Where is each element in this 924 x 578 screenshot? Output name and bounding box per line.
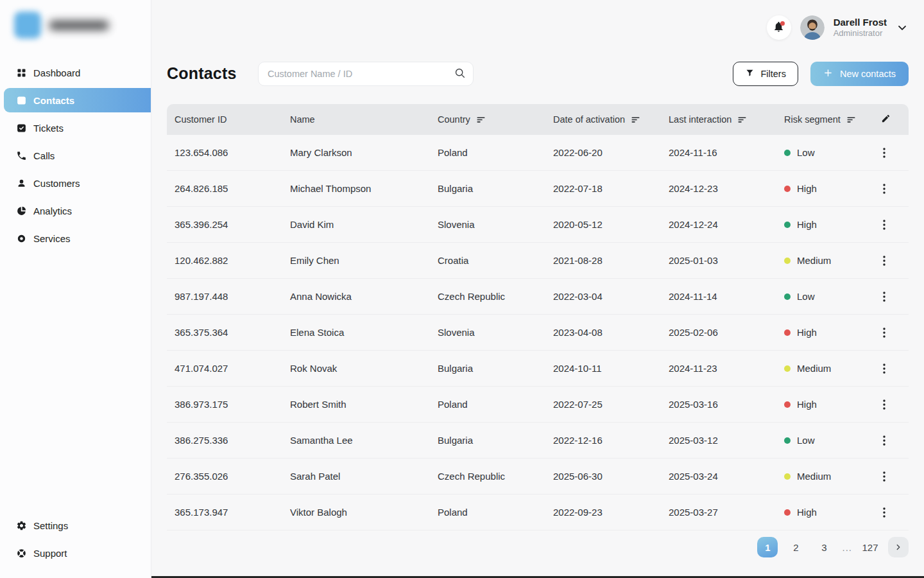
table-row[interactable]: 386.973.175 Robert Smith Poland 2022-07-… (167, 387, 909, 423)
chevron-down-icon[interactable] (896, 21, 909, 34)
search-input[interactable] (268, 69, 454, 79)
table-row[interactable]: 276.355.026 Sarah Patel Czech Republic 2… (167, 459, 909, 495)
sort-icon[interactable] (631, 115, 640, 125)
sort-icon[interactable] (737, 115, 747, 125)
sidebar-item-calls[interactable]: Calls (4, 143, 151, 168)
cell-risk-segment: Low (776, 147, 873, 158)
table-row[interactable]: 987.197.448 Anna Nowicka Czech Republic … (167, 279, 909, 315)
cell-country: Poland (430, 147, 545, 158)
sidebar-footer-nav: Settings Support (0, 513, 151, 565)
risk-dot (784, 222, 791, 228)
cell-date-of-activation: 2022-09-23 (545, 507, 661, 518)
pagination-page-1[interactable]: 1 (757, 537, 778, 557)
contacts-icon (15, 94, 27, 106)
row-menu-button[interactable] (879, 147, 889, 159)
row-menu-button[interactable] (879, 183, 889, 195)
sidebar-item-contacts[interactable]: Contacts (4, 88, 151, 112)
table-row[interactable]: 471.074.027 Rok Novak Bulgaria 2024-10-1… (167, 351, 909, 387)
new-contacts-button[interactable]: New contacts (810, 62, 909, 86)
risk-dot (784, 437, 791, 444)
pagination-next-button[interactable] (888, 537, 909, 557)
pagination-page-3[interactable]: 3 (814, 537, 834, 557)
sidebar-item-customers[interactable]: Customers (4, 171, 151, 195)
risk-label: High (797, 507, 817, 518)
row-menu-button[interactable] (879, 291, 889, 302)
row-menu-button[interactable] (879, 399, 889, 410)
cell-last-interaction: 2024-12-23 (661, 183, 776, 194)
sidebar-item-label: Services (33, 233, 71, 244)
cell-last-interaction: 2025-03-16 (661, 399, 776, 410)
cell-last-interaction: 2025-03-24 (661, 471, 776, 482)
sidebar-item-dashboard[interactable]: Dashboard (4, 60, 151, 85)
risk-dot (784, 401, 791, 408)
sidebar-item-support[interactable]: Support (4, 541, 151, 565)
table-row[interactable]: 120.462.882 Emily Chen Croatia 2021-08-2… (167, 243, 909, 279)
risk-label: Medium (797, 471, 831, 482)
table-row[interactable]: 123.654.086 Mary Clarkson Poland 2022-06… (167, 135, 909, 171)
notifications-button[interactable] (767, 15, 791, 40)
search-bar (258, 62, 474, 86)
sidebar-item-label: Dashboard (33, 67, 80, 78)
risk-dot (784, 365, 791, 372)
table-row[interactable]: 264.826.185 Michael Thompson Bulgaria 20… (167, 171, 909, 207)
sort-icon[interactable] (476, 115, 486, 125)
row-menu-button[interactable] (879, 255, 889, 267)
table-body: 123.654.086 Mary Clarkson Poland 2022-06… (167, 135, 909, 530)
table-row[interactable]: 365.375.364 Elena Stoica Slovenia 2023-0… (167, 315, 909, 351)
edit-columns-button[interactable] (873, 114, 909, 125)
cell-customer-id: 123.654.086 (167, 147, 282, 158)
cell-risk-segment: Low (776, 291, 873, 302)
avatar[interactable] (800, 15, 825, 40)
sidebar-item-label: Support (33, 548, 67, 559)
cell-risk-segment: High (776, 327, 873, 338)
funnel-icon (745, 68, 755, 80)
cell-country: Bulgaria (430, 363, 545, 374)
column-label: Customer ID (175, 114, 227, 125)
row-menu-button[interactable] (879, 471, 889, 482)
cell-customer-id: 365.396.254 (167, 219, 282, 230)
calls-icon (15, 150, 27, 161)
sidebar-item-label: Tickets (33, 123, 64, 134)
cell-customer-id: 276.355.026 (167, 471, 282, 482)
main-content: Darell Frost Administrator Contacts Filt… (151, 0, 924, 578)
sidebar-item-analytics[interactable]: Analytics (4, 198, 151, 223)
row-menu-button[interactable] (879, 363, 889, 374)
analytics-icon (15, 205, 27, 216)
table-row[interactable]: 365.396.254 David Kim Slovenia 2020-05-1… (167, 207, 909, 243)
row-menu-button[interactable] (879, 219, 889, 231)
tickets-icon (15, 122, 27, 134)
pagination-page-127[interactable]: 127 (860, 537, 880, 557)
cell-last-interaction: 2025-03-12 (661, 435, 776, 446)
cell-name: Robert Smith (282, 399, 430, 410)
cell-last-interaction: 2024-12-24 (661, 219, 776, 230)
sidebar-item-tickets[interactable]: Tickets (4, 116, 151, 140)
row-menu-button[interactable] (879, 327, 889, 338)
sidebar-item-label: Contacts (33, 95, 74, 106)
search-icon[interactable] (454, 67, 465, 81)
user-block: Darell Frost Administrator (834, 17, 887, 39)
pagination-page-2[interactable]: 2 (785, 537, 806, 557)
cell-country: Bulgaria (430, 435, 545, 446)
risk-dot (784, 258, 791, 264)
risk-label: High (797, 399, 817, 410)
sidebar-nav: Dashboard Contacts Tickets Calls Custome… (0, 60, 151, 250)
row-menu-button[interactable] (879, 507, 889, 518)
risk-dot (784, 473, 791, 480)
cell-customer-id: 471.074.027 (167, 363, 282, 374)
column-label: Name (290, 114, 315, 125)
filters-button[interactable]: Filters (733, 62, 798, 86)
cell-customer-id: 264.826.185 (167, 183, 282, 194)
sidebar-item-services[interactable]: Services (4, 226, 151, 250)
contacts-table: Customer ID Name Country Date of activat… (167, 104, 909, 530)
new-contacts-label: New contacts (840, 69, 896, 79)
filters-label: Filters (760, 69, 785, 79)
cell-country: Slovenia (430, 219, 545, 230)
cell-date-of-activation: 2020-05-12 (545, 219, 661, 230)
row-menu-button[interactable] (879, 435, 889, 446)
sidebar-item-label: Settings (33, 520, 68, 531)
sidebar-item-settings[interactable]: Settings (4, 513, 151, 538)
table-header-row: Customer ID Name Country Date of activat… (167, 104, 909, 135)
table-row[interactable]: 386.275.336 Samantha Lee Bulgaria 2022-1… (167, 423, 909, 459)
sort-icon[interactable] (846, 115, 856, 125)
table-row[interactable]: 365.173.947 Viktor Balogh Poland 2022-09… (167, 495, 909, 530)
